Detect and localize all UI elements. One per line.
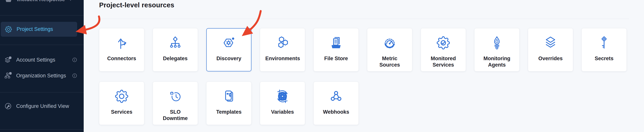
- tile-environments[interactable]: Environments: [260, 28, 305, 72]
- environments-icon: [275, 35, 290, 50]
- tile-slo-downtime[interactable]: SLO Downtime: [153, 82, 198, 125]
- sidebar-item-label: Configure Unified View: [16, 103, 69, 109]
- sidebar-item-label: Project Settings: [16, 26, 53, 32]
- org-chart-gear-icon: [4, 72, 12, 80]
- main-content: Project-level resources Connectors Deleg…: [84, 0, 644, 132]
- variables-icon: [275, 89, 290, 104]
- chevron-right-icon: [68, 0, 73, 2]
- delegates-icon: [168, 35, 183, 50]
- page-title: Project-level resources: [99, 0, 644, 9]
- tile-file-store[interactable]: File Store: [314, 28, 359, 72]
- tile-discovery[interactable]: Discovery: [206, 28, 252, 72]
- tile-connectors[interactable]: Connectors: [99, 28, 144, 72]
- sidebar-item-project-settings[interactable]: Project Settings: [1, 22, 77, 37]
- tile-label: SLO Downtime: [158, 109, 192, 122]
- info-icon[interactable]: [72, 73, 78, 78]
- sidebar-divider: [0, 92, 84, 92]
- tile-label: Delegates: [163, 56, 188, 62]
- monitored-services-icon: [436, 35, 451, 50]
- info-icon[interactable]: [72, 57, 78, 63]
- tile-services[interactable]: Services: [99, 82, 144, 125]
- tile-label: Overrides: [538, 56, 563, 62]
- tile-label: Variables: [271, 109, 294, 115]
- templates-icon: [221, 89, 236, 104]
- tile-webhooks[interactable]: Webhooks: [314, 82, 359, 125]
- tile-monitoring-agents[interactable]: Monitoring Agents: [474, 28, 520, 72]
- monitoring-agents-icon: [489, 35, 504, 50]
- tile-overrides[interactable]: Overrides: [528, 28, 573, 72]
- tile-label: Environments: [265, 56, 300, 62]
- wrench-circle-icon: [4, 102, 12, 110]
- file-store-icon: [328, 35, 344, 50]
- resource-tile-grid: Connectors Delegates Discovery: [99, 28, 627, 125]
- services-icon: [114, 89, 129, 104]
- header-divider: [99, 19, 629, 19]
- sidebar-item-label: Incident Response: [17, 0, 65, 2]
- tile-label: Webhooks: [323, 109, 349, 115]
- account-layers-gear-icon: [4, 56, 12, 64]
- tile-label: File Store: [324, 56, 348, 62]
- sidebar: Incident Response Project Settings Accou…: [0, 0, 84, 132]
- webhooks-icon: [328, 89, 344, 104]
- tile-label: Connectors: [107, 56, 136, 62]
- incident-response-icon: [4, 0, 13, 4]
- tile-label: Secrets: [595, 56, 614, 62]
- tile-metric-sources[interactable]: Metric Sources: [367, 28, 412, 72]
- sidebar-divider: [0, 129, 84, 130]
- tile-variables[interactable]: Variables: [260, 82, 305, 125]
- discovery-icon: [221, 35, 236, 50]
- sidebar-item-incident-response[interactable]: Incident Response: [0, 0, 84, 5]
- sidebar-item-label: Organization Settings: [16, 73, 66, 79]
- project-settings-page: { "sidebar": { "top_item": { "label": "I…: [0, 0, 644, 132]
- sidebar-divider: [0, 45, 84, 45]
- sidebar-item-organization-settings[interactable]: Organization Settings: [0, 68, 84, 84]
- tile-label: Monitoring Agents: [480, 56, 514, 68]
- tile-label: Monitored Services: [426, 56, 460, 68]
- gear-icon: [5, 26, 12, 33]
- tile-secrets[interactable]: Secrets: [582, 28, 627, 72]
- tile-delegates[interactable]: Delegates: [153, 28, 198, 72]
- sidebar-item-account-settings[interactable]: Account Settings: [0, 52, 84, 68]
- tile-label: Discovery: [216, 56, 241, 62]
- sidebar-item-label: Account Settings: [16, 57, 55, 63]
- tile-monitored-services[interactable]: Monitored Services: [421, 28, 466, 72]
- connectors-icon: [114, 35, 129, 50]
- secrets-icon: [596, 35, 612, 50]
- slo-downtime-icon: [168, 89, 183, 104]
- tile-label: Services: [111, 109, 132, 115]
- tile-templates[interactable]: Templates: [206, 82, 252, 125]
- sidebar-divider: [0, 15, 84, 16]
- sidebar-item-configure-unified-view[interactable]: Configure Unified View: [0, 98, 84, 114]
- overrides-icon: [543, 35, 558, 50]
- metric-sources-icon: [382, 35, 397, 50]
- tile-label: Templates: [216, 109, 242, 115]
- tile-label: Metric Sources: [372, 56, 407, 68]
